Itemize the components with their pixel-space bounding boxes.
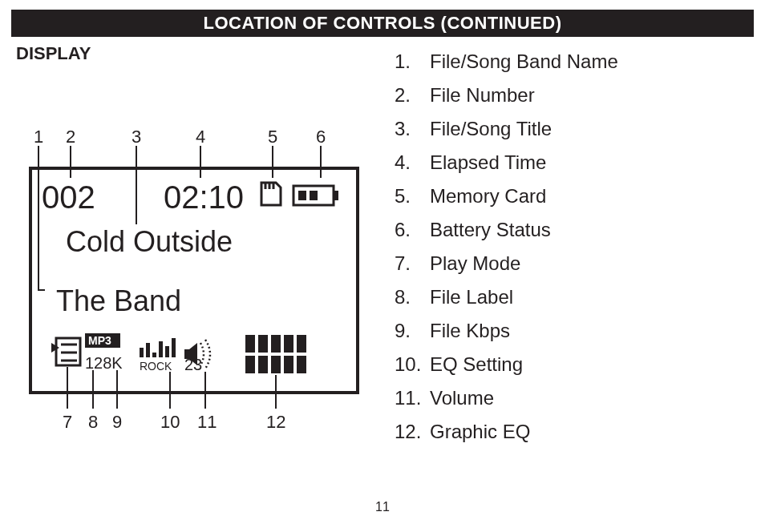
svg-rect-6: [310, 191, 318, 200]
legend-number: 6.: [395, 213, 430, 247]
callout-bottom-10: 10: [160, 412, 180, 432]
leader-lines-bottom: [67, 367, 276, 409]
svg-rect-25: [258, 356, 268, 373]
legend-number: 2.: [395, 79, 430, 112]
svg-rect-4: [334, 191, 338, 200]
callout-top-4: 4: [196, 127, 205, 147]
svg-rect-16: [159, 341, 163, 357]
mini-eq-icon: [140, 338, 176, 357]
legend-text: EQ Setting: [430, 348, 523, 381]
volume: 23: [184, 356, 202, 373]
page-title-text: LOCATION OF CONTROLS (CONTINUED): [204, 13, 562, 33]
band-name: The Band: [56, 284, 181, 317]
legend-text: File Label: [430, 280, 513, 314]
callout-top-5: 5: [268, 127, 277, 147]
song-title: Cold Outside: [66, 225, 233, 258]
kbps: 128K: [85, 354, 123, 372]
svg-rect-21: [271, 335, 281, 353]
file-label-badge: MP3: [85, 333, 120, 348]
list-item: 8.File Label: [395, 280, 618, 314]
legend-text: Elapsed Time: [430, 146, 546, 179]
legend-text: File Kbps: [430, 314, 510, 348]
list-item: 9.File Kbps: [395, 314, 618, 348]
list-item: 5.Memory Card: [395, 179, 618, 213]
page-number: 11: [0, 500, 765, 514]
list-item: 2.File Number: [395, 79, 618, 112]
memory-card-icon: [261, 183, 281, 205]
legend-number: 12.: [395, 415, 430, 449]
svg-rect-28: [297, 356, 306, 373]
legend-number: 10.: [395, 348, 430, 381]
svg-rect-19: [245, 335, 255, 353]
section-label: DISPLAY: [16, 43, 91, 64]
legend-number: 5.: [395, 179, 430, 213]
legend-text: File/Song Band Name: [430, 45, 618, 79]
list-item: 6.Battery Status: [395, 213, 618, 247]
svg-rect-23: [297, 335, 306, 353]
legend-text: Memory Card: [430, 179, 546, 213]
list-item: 3.File/Song Title: [395, 112, 618, 146]
list-item: 10.EQ Setting: [395, 348, 618, 381]
legend-list: 1.File/Song Band Name 2.File Number 3.Fi…: [395, 45, 618, 449]
svg-rect-24: [245, 356, 255, 373]
graphic-eq-icon: [245, 335, 306, 373]
legend-number: 4.: [395, 146, 430, 179]
file-label-text: MP3: [88, 334, 111, 347]
legend-text: Volume: [430, 381, 494, 415]
list-item: 7.Play Mode: [395, 247, 618, 280]
callout-bottom-9: 9: [112, 412, 122, 432]
callout-bottom-8: 8: [88, 412, 98, 432]
callout-top-3: 3: [132, 127, 141, 147]
svg-rect-17: [165, 346, 169, 357]
svg-rect-13: [140, 348, 144, 357]
legend-number: 7.: [395, 247, 430, 280]
eq-setting: ROCK: [140, 360, 172, 373]
list-item: 11.Volume: [395, 381, 618, 415]
svg-rect-5: [298, 191, 306, 200]
legend-number: 11.: [395, 381, 430, 415]
svg-rect-20: [258, 335, 268, 353]
callout-bottom-7: 7: [63, 412, 72, 432]
page-title-bar: LOCATION OF CONTROLS (CONTINUED): [11, 10, 754, 37]
svg-rect-15: [152, 353, 156, 357]
list-item: 1.File/Song Band Name: [395, 45, 618, 79]
legend-number: 9.: [395, 314, 430, 348]
callout-bottom-12: 12: [266, 412, 285, 432]
svg-rect-18: [172, 338, 176, 357]
legend-number: 3.: [395, 112, 430, 146]
callout-top-6: 6: [316, 127, 326, 147]
callout-top-2: 2: [66, 127, 75, 147]
battery-icon: [293, 186, 338, 205]
elapsed-time: 02:10: [164, 179, 244, 215]
legend-number: 8.: [395, 280, 430, 314]
svg-rect-22: [284, 335, 293, 353]
play-mode-icon: [51, 338, 80, 365]
display-diagram: 1 2 3 4 5 6 002 02:10 Cold Outside: [27, 120, 364, 441]
legend-text: Battery Status: [430, 213, 551, 247]
svg-rect-27: [284, 356, 293, 373]
file-number: 002: [42, 179, 95, 215]
legend-text: Graphic EQ: [430, 415, 530, 449]
callout-bottom-11: 11: [197, 412, 217, 432]
legend-text: File Number: [430, 79, 535, 112]
list-item: 4.Elapsed Time: [395, 146, 618, 179]
legend-text: File/Song Title: [430, 112, 552, 146]
svg-rect-26: [271, 356, 281, 373]
legend-text: Play Mode: [430, 247, 520, 280]
svg-rect-14: [146, 343, 150, 357]
callout-top-1: 1: [34, 127, 43, 147]
legend-number: 1.: [395, 45, 430, 79]
list-item: 12.Graphic EQ: [395, 415, 618, 449]
